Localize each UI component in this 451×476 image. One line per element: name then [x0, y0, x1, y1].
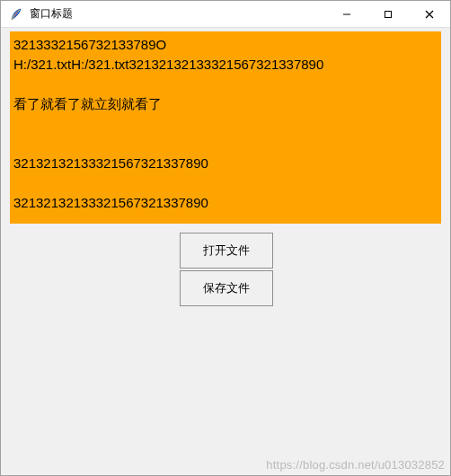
- app-window: 窗口标题 3213332156732133789O H:/321.txtH:/3…: [0, 0, 451, 476]
- tk-feather-icon: [8, 6, 24, 22]
- open-file-button[interactable]: 打开文件: [180, 233, 273, 269]
- save-file-button[interactable]: 保存文件: [180, 270, 273, 306]
- svg-rect-1: [385, 11, 392, 17]
- text-area[interactable]: 3213332156732133789O H:/321.txtH:/321.tx…: [10, 31, 441, 224]
- minimize-button[interactable]: [326, 1, 367, 27]
- client-area: 3213332156732133789O H:/321.txtH:/321.tx…: [1, 28, 450, 475]
- titlebar: 窗口标题: [1, 1, 450, 28]
- close-button[interactable]: [409, 1, 450, 27]
- window-controls: [326, 1, 450, 27]
- watermark-text: https://blog.csdn.net/u013032852: [266, 458, 445, 472]
- window-title: 窗口标题: [30, 6, 326, 22]
- maximize-button[interactable]: [367, 1, 409, 27]
